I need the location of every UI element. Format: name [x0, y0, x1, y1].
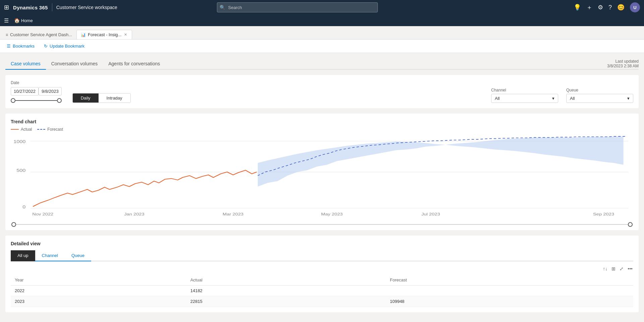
lightbulb-icon[interactable]: 💡 — [574, 4, 581, 11]
home-button[interactable]: 🏠 Home — [11, 16, 36, 24]
legend-actual: Actual — [11, 127, 32, 132]
tab-agent-dash-icon: ≡ — [6, 33, 8, 37]
legend-actual-label: Actual — [21, 127, 32, 132]
workspace-label: Customer Service workspace — [56, 5, 117, 10]
queue-value: All — [570, 96, 575, 101]
topbar: ⊞ Dynamics 365 Customer Service workspac… — [0, 0, 644, 15]
detail-tab-channel[interactable]: Channel — [35, 250, 65, 261]
channel-value: All — [495, 96, 500, 101]
update-bookmark-button[interactable]: ↻ Update Bookmark — [41, 42, 87, 50]
svg-marker-6 — [258, 136, 624, 187]
tab-agents-conversations[interactable]: Agents for conversations — [103, 58, 165, 70]
search-input[interactable] — [217, 2, 378, 12]
legend-forecast: Forecast — [37, 127, 63, 132]
detail-tab-queue[interactable]: Queue — [65, 250, 91, 261]
content-area: Case volumes Conversation volumes Agents… — [0, 53, 644, 321]
avatar[interactable]: U — [630, 2, 640, 12]
detail-table: Year Actual Forecast 2022 14182 2023 228… — [11, 275, 633, 307]
user-icon[interactable]: 😊 — [617, 4, 625, 11]
queue-filter: Queue All ▾ — [566, 88, 633, 103]
more-icon[interactable]: ••• — [627, 265, 633, 272]
sort-icon[interactable]: ↑↓ — [602, 265, 608, 272]
chart-legend: Actual Forecast — [11, 127, 633, 132]
chart-slider-right[interactable] — [628, 222, 633, 227]
chart-range-track — [11, 224, 633, 225]
view-toggle: Daily Intraday — [72, 93, 131, 103]
trend-chart-container: Trend chart Actual Forecast 1000 500 0 — [5, 114, 639, 230]
svg-text:500: 500 — [16, 168, 25, 173]
cell-forecast — [386, 285, 633, 296]
topbar-actions: 💡 ＋ ⚙ ? 😊 U — [574, 2, 640, 12]
filter-section: Channel All ▾ Queue All ▾ — [491, 88, 633, 103]
svg-text:Jul 2023: Jul 2023 — [421, 212, 440, 216]
date-start-input[interactable]: 10/27/2022 — [11, 87, 39, 95]
search-icon: 🔍 — [220, 5, 225, 10]
cell-year: 2022 — [11, 285, 186, 296]
last-updated: Last updated 3/8/2023 2:38 AM — [607, 59, 639, 68]
table-header-row: Year Actual Forecast — [11, 275, 633, 285]
hamburger-button[interactable]: ☰ — [4, 17, 9, 24]
date-slider-left-handle[interactable] — [11, 98, 15, 103]
filter-icon[interactable]: ⊞ — [611, 265, 616, 272]
svg-text:1000: 1000 — [13, 139, 25, 144]
detailed-view-title: Detailed view — [11, 241, 633, 246]
chart-slider-row — [11, 224, 633, 225]
apps-grid-icon[interactable]: ⊞ — [4, 4, 9, 11]
date-slider-track — [15, 100, 57, 101]
date-slider-right-handle[interactable] — [57, 98, 62, 103]
svg-text:Mar 2023: Mar 2023 — [223, 212, 243, 216]
channel-label: Channel — [491, 88, 558, 92]
table-row: 2023 22815 109948 — [11, 296, 633, 307]
bookmarks-button[interactable]: ☰ Bookmarks — [4, 42, 37, 50]
queue-chevron-icon: ▾ — [627, 96, 630, 101]
tab-forecast-label: Forecast - Insig... — [88, 32, 121, 37]
cell-year: 2023 — [11, 296, 186, 307]
bookmarks-label: Bookmarks — [13, 44, 35, 49]
date-section: Date 10/27/2022 9/8/2023 — [11, 80, 62, 103]
tabs-bar: ≡ Customer Service Agent Dash... 📊 Forec… — [0, 26, 644, 40]
cell-actual: 14182 — [186, 285, 386, 296]
last-updated-value: 3/8/2023 2:38 AM — [607, 64, 639, 68]
detail-tab-all-up[interactable]: All up — [11, 250, 35, 261]
update-bookmark-label: Update Bookmark — [50, 44, 84, 49]
date-end-input[interactable]: 9/8/2023 — [39, 87, 62, 95]
tab-forecast-close[interactable]: ✕ — [123, 33, 128, 37]
controls-row: Date 10/27/2022 9/8/2023 Daily Intraday … — [5, 75, 639, 108]
svg-text:0: 0 — [22, 205, 25, 209]
bookmarks-icon: ☰ — [7, 44, 11, 49]
tab-agent-dash-label: Customer Service Agent Dash... — [10, 32, 72, 37]
detail-tabs: All up Channel Queue — [11, 250, 633, 261]
table-row: 2022 14182 — [11, 285, 633, 296]
svg-text:May 2023: May 2023 — [321, 212, 343, 216]
queue-label: Queue — [566, 88, 633, 92]
col-forecast: Forecast — [386, 275, 633, 285]
home-label: Home — [21, 18, 33, 23]
date-label: Date — [11, 80, 62, 85]
tab-conversation-volumes[interactable]: Conversation volumes — [46, 58, 103, 70]
search-container: 🔍 — [217, 2, 378, 12]
detail-tab-all-up-label: All up — [17, 253, 28, 258]
trend-chart-title: Trend chart — [11, 119, 633, 124]
chart-slider-left[interactable] — [11, 222, 16, 227]
channel-filter: Channel All ▾ — [491, 88, 558, 103]
intraday-button[interactable]: Intraday — [99, 93, 130, 103]
legend-forecast-line — [37, 129, 45, 130]
detail-tab-channel-label: Channel — [42, 253, 58, 258]
daily-button[interactable]: Daily — [73, 93, 99, 103]
col-year: Year — [11, 275, 186, 285]
tab-agent-dash[interactable]: ≡ Customer Service Agent Dash... — [1, 30, 76, 39]
tab-case-volumes[interactable]: Case volumes — [5, 58, 46, 70]
trend-chart-svg: 1000 500 0 Nov 2022 Jan 2023 Mar 2023 M — [11, 136, 633, 223]
cell-forecast: 109948 — [386, 296, 633, 307]
queue-select[interactable]: All ▾ — [566, 94, 633, 103]
agents-conversations-label: Agents for conversations — [108, 61, 160, 66]
tab-forecast[interactable]: 📊 Forecast - Insig... ✕ — [76, 30, 132, 39]
help-icon[interactable]: ? — [608, 4, 612, 11]
settings-icon[interactable]: ⚙ — [598, 4, 603, 11]
content-tabs: Case volumes Conversation volumes Agents… — [5, 58, 639, 70]
add-icon[interactable]: ＋ — [586, 3, 592, 11]
date-slider — [11, 98, 62, 103]
channel-select[interactable]: All ▾ — [491, 94, 558, 103]
expand-icon[interactable]: ⤢ — [619, 265, 624, 272]
svg-text:Jan 2023: Jan 2023 — [124, 212, 144, 216]
